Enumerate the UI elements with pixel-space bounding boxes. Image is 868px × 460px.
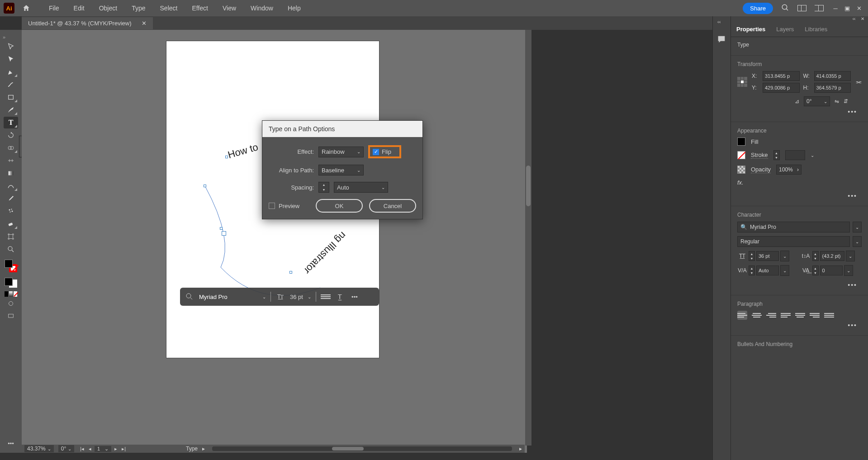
anchor-point[interactable]: [220, 227, 223, 230]
justify-left-icon[interactable]: [781, 311, 791, 320]
panel-close-icon[interactable]: ✕: [861, 16, 864, 22]
opacity-input[interactable]: 100%›: [776, 165, 802, 175]
font-size-input[interactable]: 36 pt: [756, 251, 779, 261]
justify-right-icon[interactable]: [810, 311, 820, 320]
horizontal-scrollbar[interactable]: [212, 446, 512, 451]
anchor-point[interactable]: [289, 271, 292, 274]
document-tab[interactable]: Untitled-1* @ 43.37 % (CMYK/Preview) ✕: [22, 17, 153, 29]
fill-stroke-indicator[interactable]: [4, 259, 18, 273]
leading-stepper[interactable]: ▲▼: [812, 251, 819, 261]
default-fill-stroke[interactable]: [4, 277, 18, 289]
anchor-point-selected[interactable]: [222, 231, 226, 236]
font-style-dropdown-icon[interactable]: ⌄: [853, 236, 862, 247]
kerning-stepper[interactable]: ▲▼: [749, 266, 755, 275]
zoom-tool[interactable]: [4, 243, 18, 255]
panel-collapse-icon[interactable]: ‹‹: [853, 16, 856, 22]
character-panel-icon[interactable]: T̲: [335, 292, 345, 302]
tracking-dropdown-icon[interactable]: ⌄: [844, 265, 853, 276]
tracking-input[interactable]: 0: [820, 266, 843, 275]
align-center-icon[interactable]: [752, 311, 762, 320]
zoom-select[interactable]: 43.37%⌄: [24, 445, 54, 452]
arrange-icon[interactable]: [797, 5, 806, 11]
character-more-icon[interactable]: •••: [737, 280, 862, 290]
align-left-icon[interactable]: [737, 311, 747, 320]
angle-input[interactable]: 0°⌄: [804, 96, 830, 106]
strip-collapse-icon[interactable]: ‹‹: [717, 19, 721, 24]
home-icon[interactable]: [21, 3, 32, 14]
effect-select[interactable]: Rainbow⌄: [318, 147, 364, 157]
comments-icon[interactable]: [716, 34, 727, 45]
cancel-button[interactable]: Cancel: [369, 199, 416, 213]
link-wh-icon[interactable]: ⫘: [855, 78, 862, 85]
size-dropdown-icon[interactable]: ⌄: [308, 294, 311, 299]
close-icon[interactable]: ✕: [855, 5, 863, 12]
stroke-stepper[interactable]: ▲▼: [773, 150, 780, 160]
pen-tool[interactable]: [4, 66, 18, 78]
h-input[interactable]: 364.5579 p: [814, 83, 851, 93]
direct-selection-tool[interactable]: [4, 53, 18, 65]
workspace-icon[interactable]: [815, 5, 824, 11]
width-tool[interactable]: [4, 155, 18, 166]
menu-help[interactable]: Help: [281, 2, 307, 14]
align-select[interactable]: Baseline⌄: [318, 165, 364, 175]
artboard-tool[interactable]: [4, 231, 18, 242]
tab-libraries[interactable]: Libraries: [799, 26, 833, 33]
x-input[interactable]: 313.8455 p: [763, 71, 800, 81]
font-style-select[interactable]: Regular: [737, 236, 850, 247]
rotate-select[interactable]: 0°⌄: [58, 445, 74, 452]
font-family-input[interactable]: [199, 294, 258, 300]
flip-checkbox[interactable]: ✓: [373, 149, 379, 155]
toolbar-collapse-icon[interactable]: »: [3, 34, 5, 40]
tracking-stepper[interactable]: ▲▼: [812, 266, 819, 275]
path-text-1[interactable]: How to: [227, 141, 260, 161]
tab-close-icon[interactable]: ✕: [142, 20, 147, 27]
reference-point-grid[interactable]: [737, 77, 747, 87]
edit-toolbar-icon[interactable]: •••: [4, 437, 18, 449]
anchor-point[interactable]: [204, 185, 206, 187]
vertical-scrollbar[interactable]: [525, 30, 531, 446]
symbol-sprayer-tool[interactable]: [4, 205, 18, 217]
type-tool[interactable]: T: [4, 117, 18, 128]
stroke-weight-input[interactable]: [785, 150, 805, 160]
eyedropper-tool[interactable]: [4, 193, 18, 204]
transform-more-icon[interactable]: •••: [737, 106, 862, 117]
kerning-input[interactable]: Auto: [756, 266, 779, 275]
fx-icon[interactable]: fx.: [737, 179, 744, 186]
shaper-tool[interactable]: [4, 180, 18, 192]
rotate-tool[interactable]: [4, 129, 18, 141]
screen-mode-tool[interactable]: [4, 310, 18, 322]
stroke-dropdown-icon[interactable]: ⌄: [811, 153, 814, 158]
justify-all-icon[interactable]: [824, 311, 834, 320]
artboard-nav[interactable]: |◂◂1⌄▸▸|: [79, 446, 127, 452]
opacity-swatch[interactable]: [737, 166, 745, 174]
fill-swatch[interactable]: [737, 138, 745, 146]
opacity-label[interactable]: Opacity: [751, 166, 771, 173]
tab-layers[interactable]: Layers: [771, 26, 799, 33]
preview-checkbox[interactable]: [269, 203, 275, 209]
spacing-select[interactable]: Auto⌄: [334, 182, 388, 193]
stroke-label[interactable]: Stroke: [751, 152, 768, 159]
canvas-area[interactable]: How to ng Illustrator ⌄ T͟T 36 pt ⌄ T̲ •…: [22, 30, 527, 453]
w-input[interactable]: 414.0355 p: [814, 71, 851, 81]
size-stepper[interactable]: ▲▼: [749, 251, 755, 261]
align-right-icon[interactable]: [766, 311, 776, 320]
font-family-dropdown-icon[interactable]: ⌄: [853, 222, 862, 232]
appearance-more-icon[interactable]: •••: [737, 190, 862, 201]
justify-center-icon[interactable]: [795, 311, 805, 320]
menu-type[interactable]: Type: [125, 2, 152, 14]
font-search-icon[interactable]: [185, 292, 194, 302]
color-mode-swatch[interactable]: [5, 291, 17, 297]
leading-input[interactable]: (43.2 pt): [820, 251, 844, 261]
menu-object[interactable]: Object: [93, 2, 123, 14]
y-input[interactable]: 429.0086 p: [763, 83, 800, 93]
selection-tool[interactable]: [4, 41, 18, 52]
draw-mode-tool[interactable]: [4, 298, 18, 309]
eraser-tool[interactable]: [4, 218, 18, 230]
minimize-icon[interactable]: ─: [832, 5, 839, 12]
more-options-icon[interactable]: •••: [350, 292, 360, 302]
menu-edit[interactable]: Edit: [67, 2, 91, 14]
menu-window[interactable]: Window: [244, 2, 280, 14]
shape-builder-tool[interactable]: [4, 142, 18, 154]
paragraph-align-icon[interactable]: [321, 292, 331, 302]
font-family-select[interactable]: 🔍Myriad Pro: [737, 222, 850, 232]
